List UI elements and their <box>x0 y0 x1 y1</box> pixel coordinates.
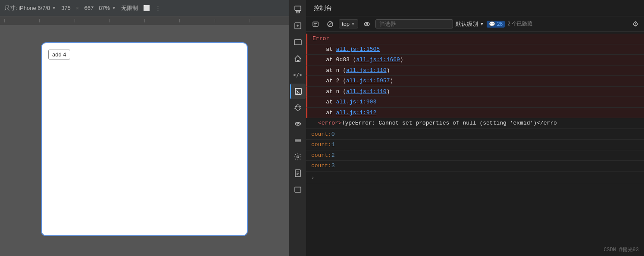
unlimited-label: 无限制 <box>121 4 138 12</box>
stack-prefix-3: at n ( <box>313 66 346 75</box>
stack-suffix-3: ) <box>387 66 390 75</box>
level-dropdown[interactable]: 默认级别 ▼ <box>456 20 484 28</box>
error-message-text: TypeError: Cannot set properties of null… <box>342 119 557 128</box>
error-header-line: Error <box>306 34 644 44</box>
svg-line-27 <box>328 22 332 26</box>
stack-prefix-2: at 0d83 ( <box>313 56 356 64</box>
count-label-1: count: <box>311 140 331 149</box>
svg-point-29 <box>366 23 368 25</box>
ruler-mark <box>250 19 284 22</box>
prompt-arrow: › <box>311 174 314 182</box>
more-options-icon[interactable]: ⋮ <box>155 5 161 11</box>
context-chevron: ▼ <box>351 22 355 26</box>
stack-link-7[interactable]: all.js:1:912 <box>336 109 377 117</box>
count-value-2: 2 <box>331 151 335 160</box>
console-title: 控制台 <box>310 4 335 12</box>
stack-prefix-5: at n ( <box>313 87 346 96</box>
block-icon-button[interactable] <box>324 19 336 29</box>
stack-link-1[interactable]: all.js:1:1505 <box>336 45 380 54</box>
sidebar-icon-debug[interactable] <box>290 100 306 116</box>
ruler-mark <box>215 19 250 22</box>
devtools-sidebar: </> <box>289 0 306 256</box>
ruler-mark <box>109 19 144 22</box>
stack-suffix-4: ) <box>390 77 393 85</box>
sidebar-icon-page[interactable] <box>290 165 306 181</box>
sidebar-icon-device[interactable] <box>290 2 306 17</box>
width-value[interactable]: 375 <box>61 5 71 11</box>
count-line-1: count: 1 <box>306 140 644 150</box>
console-header: 控制台 <box>306 0 644 16</box>
svg-rect-1 <box>296 11 300 13</box>
count-label-3: count: <box>311 162 331 170</box>
clear-console-button[interactable] <box>309 19 322 29</box>
stack-prefix-6: at <box>313 98 336 106</box>
sidebar-icon-console[interactable] <box>290 84 306 99</box>
top-bar: 尺寸: iPhone 6/7/8 ▼ 375 × 667 87% ▼ 无限制 ⬜… <box>0 0 289 16</box>
watermark: CSDN @摇光93 <box>603 246 639 253</box>
stack-line-6: at all.js:1:903 <box>306 97 644 108</box>
hidden-count-label: 2 个已隐藏 <box>507 20 532 28</box>
device-rotate-icon[interactable]: ⬜ <box>143 5 150 11</box>
stack-link-2[interactable]: all.js:1:1669 <box>356 56 400 64</box>
stack-prefix-1: at <box>313 45 336 54</box>
filter-input[interactable] <box>375 19 453 28</box>
message-count: 26 <box>497 21 503 27</box>
sidebar-icon-network[interactable] <box>290 116 306 132</box>
console-output: Error at all.js:1:1505 at 0d83 ( all.js:… <box>306 32 644 256</box>
height-value[interactable]: 667 <box>84 5 94 11</box>
stack-line-2: at 0d83 ( all.js:1:1669 ) <box>306 55 644 66</box>
svg-rect-23 <box>313 22 318 26</box>
sidebar-icon-home[interactable] <box>290 51 306 66</box>
sidebar-icon-inspect[interactable] <box>290 18 306 34</box>
sidebar-icon-tablet[interactable] <box>290 182 306 197</box>
stack-suffix-2: ) <box>400 56 403 64</box>
ruler-mark <box>144 19 179 22</box>
ruler-mark <box>179 19 214 22</box>
console-settings-button[interactable]: ⚙ <box>630 19 641 29</box>
svg-point-8 <box>296 106 300 110</box>
zoom-value: 87% <box>99 5 110 11</box>
context-dropdown[interactable]: top ▼ <box>339 19 358 28</box>
device-selector[interactable]: 尺寸: iPhone 6/7/8 ▼ <box>4 4 56 12</box>
device-frame: add 4 <box>41 42 248 236</box>
stack-line-4: at 2 ( all.js:1:5957 ) <box>306 76 644 87</box>
add-button[interactable]: add 4 <box>48 50 70 59</box>
stack-link-3[interactable]: all.js:1:110 <box>346 66 387 75</box>
sidebar-icon-code[interactable]: </> <box>290 67 306 83</box>
context-value: top <box>342 21 350 27</box>
stack-link-5[interactable]: all.js:1:110 <box>346 87 387 96</box>
svg-rect-0 <box>295 6 301 10</box>
count-label-0: count: <box>311 130 331 139</box>
svg-rect-22 <box>295 187 301 192</box>
stack-prefix-4: at 2 ( <box>313 77 346 85</box>
stack-line-7: at all.js:1:912 <box>306 108 644 119</box>
stack-line-5: at n ( all.js:1:110 ) <box>306 87 644 97</box>
message-icon: 💬 <box>489 21 495 27</box>
svg-rect-6 <box>295 88 301 94</box>
sidebar-icon-performance[interactable] <box>290 133 306 148</box>
stack-line-3: at n ( all.js:1:110 ) <box>306 66 644 76</box>
left-panel: 尺寸: iPhone 6/7/8 ▼ 375 × 667 87% ▼ 无限制 ⬜… <box>0 0 289 256</box>
stack-link-4[interactable]: all.js:1:5957 <box>346 77 390 85</box>
stack-line-1: at all.js:1:1505 <box>306 44 644 55</box>
stack-suffix-5: ) <box>387 87 390 96</box>
right-panel-console: 控制台 top ▼ 默认级 <box>306 0 644 256</box>
eye-filter-button[interactable] <box>361 19 373 29</box>
level-chevron: ▼ <box>480 22 484 26</box>
svg-point-17 <box>297 156 299 158</box>
code-icon-symbol: </> <box>293 72 303 78</box>
message-count-badge[interactable]: 💬 26 <box>487 21 505 28</box>
sidebar-icon-settings[interactable] <box>290 149 306 165</box>
count-value-3: 3 <box>331 162 335 170</box>
console-toolbar: top ▼ 默认级别 ▼ 💬 26 2 个已隐藏 ⚙ <box>306 16 644 32</box>
count-value-1: 1 <box>331 140 335 149</box>
svg-line-12 <box>300 106 301 107</box>
zoom-selector[interactable]: 87% ▼ <box>99 5 116 11</box>
sidebar-icon-responsive[interactable] <box>290 34 306 50</box>
ruler-mark <box>39 19 74 22</box>
stack-link-6[interactable]: all.js:1:903 <box>336 98 377 106</box>
device-chevron: ▼ <box>52 6 56 10</box>
count-line-0: count: 0 <box>306 129 644 140</box>
stack-prefix-7: at <box>313 109 336 117</box>
prompt-line[interactable]: › <box>306 173 644 183</box>
